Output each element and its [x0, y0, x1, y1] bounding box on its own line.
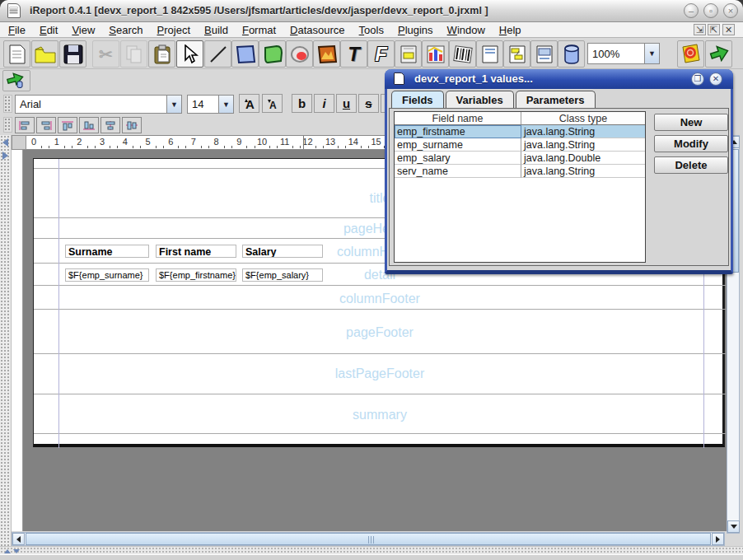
field-name-cell[interactable]: emp_salary [395, 152, 521, 165]
font-size-dropdown-icon[interactable]: ▼ [218, 96, 233, 113]
band-separator[interactable] [34, 309, 726, 310]
underline-button[interactable]: u [336, 94, 357, 113]
run-report-button[interactable] [705, 40, 732, 68]
increase-font-button[interactable]: A [239, 94, 259, 113]
delete-field-button[interactable]: Delete [654, 156, 728, 174]
tab-parameters[interactable]: Parameters [516, 91, 596, 109]
field-row-emp_salary[interactable]: emp_salaryjava.lang.Double [395, 152, 645, 165]
window-titlebar[interactable]: iReport 0.4.1 [devx_report_1 842x595 /Us… [0, 0, 743, 22]
scroll-right-icon[interactable] [712, 533, 724, 545]
values-dialog[interactable]: devx_report_1 values... ❒ ✕ Fields Varia… [385, 69, 733, 274]
bold-button[interactable]: b [292, 94, 312, 113]
menu-view[interactable]: View [72, 24, 95, 36]
column-header-field-name[interactable]: Field name [395, 112, 521, 125]
designer-view-button[interactable] [476, 40, 503, 68]
align-left-button[interactable] [15, 117, 35, 133]
maximize-button[interactable]: ▫ [703, 3, 718, 18]
center-horizontal-button[interactable] [100, 117, 120, 133]
xml-view-button[interactable] [503, 40, 530, 68]
textfield-emp-surname[interactable]: $F{emp_surname} [65, 268, 149, 282]
horizontal-scroll-thumb[interactable] [26, 533, 711, 545]
menu-plugins[interactable]: Plugins [398, 24, 433, 36]
expand-right-icon[interactable] [2, 152, 8, 160]
menu-datasource[interactable]: Datasource [290, 24, 344, 36]
datasource-button[interactable] [558, 40, 585, 68]
font-family-dropdown-icon[interactable]: ▼ [166, 96, 181, 113]
scroll-down-icon[interactable] [727, 520, 740, 533]
toolbar-gripper[interactable] [3, 117, 12, 133]
statictext-firstname[interactable]: First name [156, 245, 236, 258]
ellipse-tool-button[interactable] [286, 40, 313, 68]
status-down-icon[interactable] [13, 549, 20, 553]
horizontal-scrollbar[interactable] [12, 532, 725, 546]
align-bottom-button[interactable] [79, 117, 99, 133]
class-type-cell[interactable]: java.lang.String [521, 125, 645, 138]
font-size-combo[interactable]: 14 ▼ [187, 95, 234, 114]
decrease-font-button[interactable]: A [262, 94, 283, 113]
line-tool-button[interactable] [204, 40, 231, 68]
tab-fields[interactable]: Fields [391, 91, 444, 109]
image-tool-button[interactable] [313, 40, 340, 68]
menu-file[interactable]: File [8, 24, 26, 36]
menu-project[interactable]: Project [157, 24, 190, 36]
scroll-left-icon[interactable] [12, 533, 25, 545]
compile-button[interactable] [677, 40, 704, 68]
font-family-combo[interactable]: Arial ▼ [15, 95, 182, 114]
status-up-icon[interactable] [4, 549, 11, 553]
field-row-serv_name[interactable]: serv_namejava.lang.String [395, 165, 645, 178]
close-button[interactable]: × [723, 3, 738, 18]
strikethrough-button[interactable]: s [358, 94, 379, 113]
dialog-close-icon[interactable]: ✕ [709, 72, 722, 86]
chart-tool-button[interactable] [422, 40, 449, 68]
textfield-emp-salary[interactable]: $F{emp_salary} [242, 268, 323, 282]
zoom-combo[interactable]: 100% ▼ [587, 43, 660, 64]
run-with-datasource-button[interactable] [2, 70, 30, 91]
field-name-cell[interactable]: emp_firstname [395, 125, 521, 138]
band-separator[interactable] [34, 353, 726, 354]
tab-variables[interactable]: Variables [446, 91, 514, 109]
pointer-tool-button[interactable] [176, 40, 203, 68]
class-type-cell[interactable]: java.lang.String [521, 138, 645, 152]
menu-edit[interactable]: Edit [40, 24, 58, 36]
collapse-left-icon[interactable] [2, 138, 8, 147]
copy-button[interactable] [120, 40, 147, 68]
align-right-button[interactable] [36, 117, 56, 133]
rectangle-tool-button[interactable] [231, 40, 259, 68]
new-report-button[interactable] [3, 40, 30, 68]
center-vertical-button[interactable] [122, 117, 142, 133]
band-separator[interactable] [34, 285, 726, 286]
statictext-surname[interactable]: Surname [65, 245, 149, 258]
roundrect-tool-button[interactable] [259, 40, 286, 68]
minimize-button[interactable]: – [684, 3, 699, 18]
band-separator[interactable] [34, 394, 726, 394]
menu-build[interactable]: Build [204, 24, 228, 36]
band-separator[interactable] [34, 433, 726, 434]
field-row-emp_firstname[interactable]: emp_firstnamejava.lang.String [395, 125, 645, 138]
column-header-class-type[interactable]: Class type [521, 112, 645, 125]
open-report-button[interactable] [31, 40, 58, 68]
preview-button[interactable] [530, 40, 558, 68]
menu-tools[interactable]: Tools [359, 24, 384, 36]
cut-button[interactable]: ✂ [92, 40, 119, 68]
italic-button[interactable]: i [314, 94, 334, 113]
zoom-dropdown-icon[interactable]: ▼ [644, 44, 659, 63]
toolbar-gripper[interactable] [3, 95, 12, 113]
textfield-tool-button[interactable]: F [367, 40, 395, 68]
menu-search[interactable]: Search [109, 24, 143, 36]
field-name-cell[interactable]: emp_surname [395, 138, 521, 152]
textfield-emp-firstname[interactable]: $F{emp_firstname} [156, 268, 236, 282]
subreport-tool-button[interactable] [395, 40, 422, 68]
menu-help[interactable]: Help [499, 24, 521, 36]
paste-button[interactable] [148, 40, 175, 68]
new-field-button[interactable]: New [654, 114, 728, 131]
menu-window[interactable]: Window [447, 24, 485, 36]
left-gripper-strip[interactable] [0, 135, 12, 546]
dialog-maximize-icon[interactable]: ❒ [691, 72, 704, 86]
menu-format[interactable]: Format [242, 24, 276, 36]
frame-close-icon[interactable]: ✕ [722, 24, 735, 35]
statictext-tool-button[interactable]: T [340, 40, 367, 68]
modify-field-button[interactable]: Modify [654, 135, 728, 152]
save-report-button[interactable] [59, 40, 86, 68]
frame-restore-icon[interactable]: ⇲ [694, 24, 706, 35]
class-type-cell[interactable]: java.lang.String [521, 165, 645, 178]
